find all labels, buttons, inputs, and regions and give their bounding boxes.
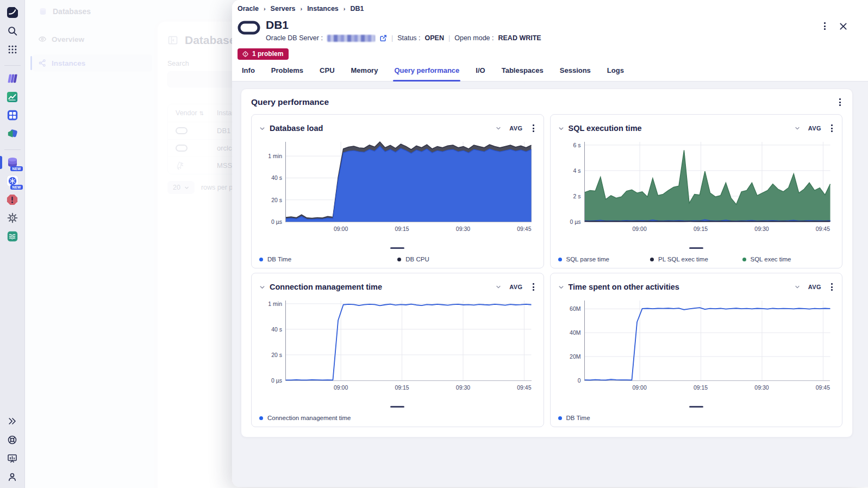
tab-i-o[interactable]: I/O [474, 66, 486, 81]
databases-app-icon[interactable]: NEW [5, 155, 20, 170]
tab-query-performance[interactable]: Query performance [393, 66, 460, 81]
x-tick-label: 09:30 [456, 226, 470, 232]
panel-kebab-menu[interactable] [822, 21, 827, 32]
breadcrumb-servers[interactable]: Servers [271, 5, 296, 12]
y-tick-label: 0 µs [271, 218, 286, 225]
account-icon[interactable] [5, 470, 20, 484]
tab-cpu[interactable]: CPU [319, 66, 335, 81]
separator: | [448, 34, 450, 42]
services-app-icon[interactable] [5, 211, 20, 225]
chart-aggregation-label[interactable]: AVG [808, 125, 821, 132]
chart-scroll-handle[interactable] [390, 247, 404, 249]
search-icon[interactable] [5, 24, 20, 38]
chart-title: Connection management time [270, 283, 382, 291]
chevron-down-icon[interactable] [795, 126, 800, 131]
tab-sessions[interactable]: Sessions [559, 66, 592, 81]
legend-item[interactable]: PL SQL exec time [650, 256, 742, 262]
legend-label: PL SQL exec time [658, 256, 708, 262]
legend-item[interactable]: Connection management time [259, 415, 536, 421]
y-tick-label: 40 s [271, 326, 286, 333]
legend-label: DB Time [566, 415, 590, 421]
separator: | [391, 34, 393, 42]
chart-scroll-handle[interactable] [390, 406, 404, 408]
tab-memory[interactable]: Memory [350, 66, 379, 81]
chart-aggregation-label[interactable]: AVG [509, 284, 522, 290]
ai-app-icon[interactable]: NEW [5, 174, 20, 188]
dashboards-app-icon[interactable] [5, 108, 20, 122]
chart-legend: DB Time [558, 415, 835, 421]
problems-app-icon[interactable] [5, 192, 20, 207]
breadcrumb-db1[interactable]: DB1 [350, 5, 364, 12]
chart-legend: DB TimeDB CPU [259, 256, 536, 262]
x-tick-label: 09:15 [694, 384, 708, 391]
expand-rail-icon[interactable] [5, 414, 20, 428]
y-tick-label: 20 s [271, 197, 286, 203]
legend-item[interactable]: DB Time [558, 415, 835, 421]
chevron-down-icon[interactable] [496, 126, 501, 131]
legend-dot-icon [558, 416, 562, 420]
tab-info[interactable]: Info [241, 66, 256, 81]
collapse-chevron-icon[interactable] [259, 126, 265, 132]
legend-item[interactable]: SQL parse time [558, 256, 651, 262]
tab-problems[interactable]: Problems [270, 66, 304, 81]
chart-plot: 1 min40 s20 s0 µs09:0009:1509:3009:45 [285, 301, 532, 381]
help-icon[interactable] [5, 433, 20, 447]
collapse-chevron-icon[interactable] [558, 126, 564, 132]
chart-aggregation-label[interactable]: AVG [808, 284, 821, 290]
legend-item[interactable]: DB Time [259, 256, 397, 262]
x-tick-label: 09:00 [334, 384, 348, 391]
x-tick-label: 09:00 [334, 226, 348, 232]
tab-logs[interactable]: Logs [606, 66, 625, 81]
legend-label: DB Time [267, 256, 291, 262]
reports-icon[interactable] [5, 451, 20, 465]
x-tick-label: 09:30 [456, 384, 470, 391]
new-badge: NEW [10, 166, 22, 171]
chart-plot: 1 min40 s20 s0 µs09:0009:1509:3009:45 [285, 142, 532, 222]
x-tick-label: 09:30 [754, 226, 769, 232]
clouds-app-icon[interactable] [5, 127, 20, 141]
y-tick-label: 20M [570, 353, 584, 360]
chart-card-connection-management-time: Connection management time AVG 1 min40 s… [251, 273, 544, 427]
workflows-app-icon[interactable] [5, 229, 20, 243]
query-performance-section: Query performance Database load AVG 1 mi… [241, 89, 853, 437]
problem-icon [242, 51, 249, 58]
collapse-chevron-icon[interactable] [558, 284, 564, 290]
legend-label: SQL parse time [566, 256, 609, 262]
breadcrumb-oracle[interactable]: Oracle [238, 5, 259, 12]
section-kebab-menu[interactable] [838, 97, 842, 108]
x-tick-label: 09:15 [694, 226, 708, 232]
panel-content: Query performance Database load AVG 1 mi… [232, 82, 868, 487]
chart-title: Time spent on other activities [569, 283, 679, 291]
tab-tablespaces[interactable]: Tablespaces [501, 66, 545, 81]
app-grid-icon[interactable] [5, 42, 20, 57]
y-tick-label: 4 s [573, 167, 584, 174]
close-icon[interactable] [839, 22, 847, 30]
chart-kebab-menu[interactable] [531, 123, 536, 134]
x-tick-label: 09:45 [517, 384, 531, 391]
dynatrace-logo-icon[interactable] [5, 5, 20, 20]
status-label: Status : [397, 34, 420, 42]
instance-detail-panel: Oracle › Servers › Instances › DB1 DB1 O… [232, 0, 868, 487]
problem-badge[interactable]: 1 problem [238, 48, 289, 60]
legend-dot-icon [650, 258, 654, 261]
chart-kebab-menu[interactable] [829, 281, 834, 292]
chart-legend: SQL parse timePL SQL exec timeSQL exec t… [558, 256, 835, 262]
layers-app-icon[interactable] [5, 71, 20, 85]
chevron-down-icon[interactable] [496, 284, 501, 290]
y-tick-label: 6 s [573, 142, 584, 148]
chevron-down-icon[interactable] [795, 284, 800, 290]
y-tick-label: 0 µs [570, 218, 584, 225]
collapse-chevron-icon[interactable] [259, 284, 265, 290]
chart-scroll-handle[interactable] [689, 247, 703, 249]
chart-scroll-handle[interactable] [689, 406, 703, 408]
chart-kebab-menu[interactable] [829, 123, 834, 134]
legend-item[interactable]: DB CPU [397, 256, 535, 262]
oracle-logo-icon [238, 20, 260, 35]
external-link-icon[interactable] [379, 34, 387, 42]
legend-item[interactable]: SQL exec time [742, 256, 835, 262]
x-tick-label: 09:30 [754, 384, 769, 391]
breadcrumb-instances[interactable]: Instances [307, 5, 339, 12]
charts-app-icon[interactable] [5, 90, 20, 104]
chart-aggregation-label[interactable]: AVG [509, 125, 522, 132]
chart-kebab-menu[interactable] [531, 281, 536, 292]
